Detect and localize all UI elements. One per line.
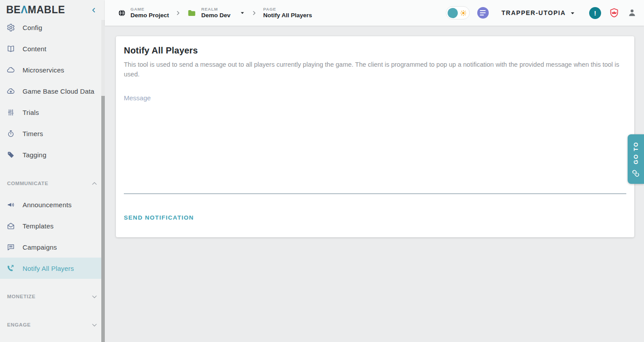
chevron-up-icon (91, 180, 98, 187)
sidebar-item-campaigns[interactable]: Campaigns (0, 236, 105, 258)
breadcrumb-realm[interactable]: REALM Demo Dev (187, 7, 245, 19)
tag-icon (7, 151, 15, 159)
chevron-down-icon (91, 322, 98, 328)
chevron-down-icon (91, 293, 98, 300)
breadcrumb-game[interactable]: GAME Demo Project (118, 7, 169, 19)
chevron-right-icon (251, 10, 257, 16)
topbar-actions: TRAPPER-UTOPIA ! (446, 6, 637, 19)
sidebar-item-label: Timers (23, 130, 43, 137)
sidebar-collapse-icon[interactable] (91, 7, 97, 13)
section-label: COMMUNICATE (7, 181, 48, 186)
crumb-label: GAME (130, 7, 169, 12)
page-description: This tool is used to send a message out … (124, 60, 626, 79)
book-icon (7, 45, 15, 53)
caret-down-icon[interactable] (240, 10, 245, 15)
logo-text: BE (6, 4, 21, 15)
sidebar-scrollbar-track (101, 20, 105, 342)
crumb-label: REALM (201, 7, 230, 12)
sidebar-item-label: Notify All Players (23, 265, 74, 272)
sidebar-item-tagging[interactable]: Tagging (0, 144, 105, 165)
cloud-data-icon (7, 87, 15, 95)
sidebar-nav: Config Content Microservices Game Base C… (0, 20, 105, 342)
sidebar-section-communicate[interactable]: COMMUNICATE (0, 173, 105, 194)
sidebar-item-microservices[interactable]: Microservices (0, 59, 105, 80)
sidebar-section-monetize[interactable]: MONETIZE (0, 286, 105, 307)
sidebar-item-announcements[interactable]: Announcements (0, 194, 105, 215)
crumb-value: Demo Project (130, 12, 169, 19)
goto-tab-label: GO TO (632, 141, 639, 164)
org-switcher[interactable]: TRAPPER-UTOPIA (502, 9, 575, 16)
page-title: Notify All Players (124, 46, 626, 56)
theme-toggle[interactable] (446, 6, 470, 19)
logo-caret: Λ (21, 4, 28, 15)
sidebar-item-label: Templates (23, 222, 54, 230)
sidebar-item-label: Game Base Cloud Data (23, 87, 94, 95)
section-label: ENGAGE (7, 322, 31, 327)
sidebar-item-label: Tagging (23, 151, 46, 159)
crumb-value: Demo Dev (201, 12, 230, 19)
send-notification-button[interactable]: SEND NOTIFICATION (124, 214, 194, 221)
topbar: GAME Demo Project REALM Demo Dev PAGE No… (105, 0, 644, 26)
sidebar-header: BEΛMABLE (0, 0, 105, 20)
gear-icon (7, 23, 15, 32)
sidebar-item-content[interactable]: Content (0, 38, 105, 59)
filter-icon[interactable] (477, 7, 489, 19)
sidebar: BEΛMABLE Config Content Microservices Ga… (0, 0, 105, 342)
sidebar-item-label: Config (23, 24, 42, 31)
sidebar-item-label: Announcements (23, 201, 72, 209)
alert-badge: ! (594, 9, 596, 17)
sidebar-item-trials[interactable]: Trials (0, 102, 105, 123)
chat-icon (7, 243, 15, 251)
link-icon (632, 169, 640, 177)
notify-all-players-card: Notify All Players This tool is used to … (116, 36, 634, 237)
alert-icon[interactable]: ! (589, 7, 601, 19)
breadcrumb: GAME Demo Project REALM Demo Dev PAGE No… (118, 7, 312, 19)
toggle-knob (448, 8, 458, 18)
chevron-right-icon (175, 10, 181, 16)
megaphone-icon (7, 201, 15, 209)
sidebar-item-timers[interactable]: Timers (0, 123, 105, 144)
beamable-logo: BEΛMABLE (6, 4, 65, 16)
sidebar-item-config[interactable]: Config (0, 20, 105, 38)
globe-icon (118, 9, 126, 17)
crumb-label: PAGE (263, 7, 312, 12)
envelope-icon (7, 222, 15, 230)
folder-icon (187, 8, 196, 18)
cloud-icon (7, 66, 15, 74)
sidebar-item-label: Content (23, 45, 46, 53)
user-icon[interactable] (627, 8, 637, 18)
section-label: MONETIZE (7, 294, 35, 299)
sidebar-scrollbar-thumb[interactable] (101, 96, 105, 342)
sidebar-item-label: Microservices (23, 66, 64, 74)
goto-tab-inner: GO TO (632, 141, 640, 177)
goto-tab[interactable]: GO TO (628, 134, 644, 184)
logo-text: MABLE (28, 4, 65, 15)
breadcrumb-page: PAGE Notify All Players (263, 7, 312, 19)
sidebar-item-templates[interactable]: Templates (0, 215, 105, 236)
sidebar-item-notify-all-players[interactable]: Notify All Players (0, 258, 105, 279)
message-input[interactable] (124, 91, 626, 194)
org-name: TRAPPER-UTOPIA (502, 9, 566, 16)
stopwatch-icon (7, 129, 15, 138)
sun-icon (460, 10, 467, 16)
crumb-value: Notify All Players (263, 12, 312, 19)
sidebar-item-label: Campaigns (23, 243, 57, 251)
phone-notify-icon (7, 264, 15, 273)
caret-down-icon (570, 10, 575, 16)
sidebar-item-label: Trials (23, 109, 39, 116)
shield-crown-icon[interactable] (609, 8, 620, 19)
sidebar-section-engage[interactable]: ENGAGE (0, 314, 105, 335)
sliders-icon (7, 108, 15, 117)
sidebar-item-game-base-cloud-data[interactable]: Game Base Cloud Data (0, 80, 105, 102)
